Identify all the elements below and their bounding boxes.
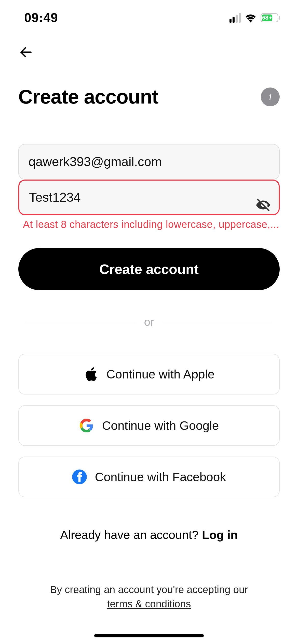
continue-with-facebook-button[interactable]: Continue with Facebook	[18, 457, 280, 497]
password-error-text: At least 8 characters including lowercas…	[18, 219, 280, 230]
facebook-icon	[72, 470, 87, 484]
google-button-label: Continue with Google	[102, 419, 219, 433]
continue-with-google-button[interactable]: Continue with Google	[18, 405, 280, 446]
create-account-button[interactable]: Create account	[18, 248, 280, 290]
back-button[interactable]	[18, 45, 34, 60]
divider-label: or	[144, 316, 154, 328]
login-prompt-text: Already have an account?	[60, 528, 202, 541]
home-indicator	[94, 634, 204, 637]
continue-with-apple-button[interactable]: Continue with Apple	[18, 354, 280, 394]
google-icon	[79, 418, 94, 433]
eye-off-icon	[255, 197, 271, 213]
apple-icon	[84, 367, 98, 382]
terms-link[interactable]: terms & conditions	[107, 598, 191, 609]
divider-line-right	[162, 322, 272, 322]
divider-line-left	[26, 322, 136, 322]
status-indicators: 68	[229, 13, 280, 23]
terms-prefix: By creating an account you're accepting …	[50, 584, 248, 595]
email-field[interactable]	[18, 144, 280, 180]
toggle-password-visibility-button[interactable]	[254, 196, 272, 214]
status-time: 09:49	[24, 10, 58, 25]
terms-text: By creating an account you're accepting …	[0, 582, 298, 611]
arrow-left-icon	[19, 46, 33, 59]
info-icon: i	[269, 91, 272, 103]
log-in-link[interactable]: Log in	[202, 528, 238, 541]
wifi-icon	[244, 13, 257, 23]
battery-percent: 68	[262, 14, 268, 21]
divider: or	[18, 316, 280, 328]
page-title: Create account	[18, 85, 158, 108]
apple-button-label: Continue with Apple	[106, 367, 214, 381]
email-input[interactable]	[29, 154, 269, 169]
battery-icon: 68	[261, 13, 280, 22]
password-input[interactable]	[29, 190, 269, 205]
facebook-button-label: Continue with Facebook	[95, 470, 226, 484]
login-line: Already have an account? Log in	[18, 528, 280, 542]
cellular-icon	[229, 13, 241, 23]
password-field[interactable]	[18, 180, 280, 215]
info-button[interactable]: i	[261, 87, 280, 106]
status-bar: 09:49 68	[0, 0, 298, 28]
